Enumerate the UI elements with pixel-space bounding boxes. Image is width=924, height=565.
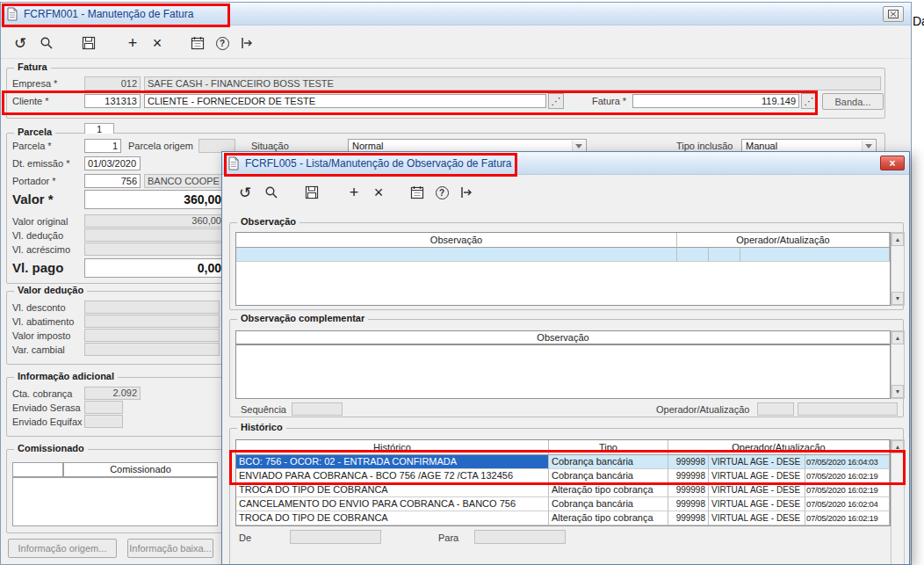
operador-code-cell[interactable]: 999998	[668, 511, 709, 525]
historico-col-header[interactable]: Histórico	[236, 440, 549, 455]
calendar-icon[interactable]	[187, 33, 208, 54]
banda-button[interactable]: Banda...	[822, 93, 884, 110]
operador-code-cell[interactable]	[677, 248, 709, 262]
scroll-down-icon[interactable]: ▼	[892, 385, 904, 398]
undo-icon[interactable]: ↺	[10, 33, 31, 54]
operador-col-header[interactable]: Operador/Atualização	[677, 233, 890, 248]
vl-pago-field[interactable]: 0,00	[84, 258, 225, 278]
scroll-down-icon[interactable]: ▼	[892, 292, 904, 305]
search-icon[interactable]	[36, 33, 57, 54]
observacao-scrollbar[interactable]: ▲ ▼	[891, 232, 905, 306]
historico-row-selected[interactable]: BCO: 756 - OCOR: 02 - ENTRADA CONFIRMADA…	[236, 455, 890, 469]
historico-cell[interactable]: TROCA DO TIPO DE COBRANCA	[236, 511, 549, 525]
operador-name-cell[interactable]: VIRTUAL AGE - DESE	[709, 483, 805, 497]
tipo-cell[interactable]: Cobrança bancária	[549, 455, 668, 469]
operador-name-cell[interactable]: VIRTUAL AGE - DESE	[709, 497, 805, 511]
search-icon[interactable]	[261, 182, 282, 203]
comissionado-code-cell[interactable]	[12, 462, 63, 477]
observacao-row[interactable]	[236, 248, 890, 262]
parcela-field[interactable]: 1	[84, 139, 121, 153]
historico-row[interactable]: CANCELAMENTO DO ENVIO PARA COBRANCA - BA…	[236, 497, 890, 511]
datetime-cell[interactable]: 07/05/2020 16:02:04	[805, 497, 890, 511]
modal-close-button[interactable]: ×	[880, 156, 905, 170]
dt-emissao-field[interactable]: 01/03/2020	[84, 156, 141, 170]
operador-code-cell[interactable]: 999998	[668, 455, 709, 469]
operador-name-cell[interactable]: VIRTUAL AGE - DESE	[709, 455, 805, 469]
operador-name-cell[interactable]: VIRTUAL AGE - DESE	[709, 469, 805, 483]
valor-field[interactable]: 360,00	[84, 190, 225, 209]
info-adicional-group-label: Informação adicional	[14, 371, 118, 381]
valor-original-field: 360,00	[84, 214, 225, 228]
observacao-group-label: Observação	[237, 216, 300, 227]
tipo-cell[interactable]: Alteração tipo cobrança	[549, 511, 668, 525]
historico-cell[interactable]: ENVIADO PARA COBRANCA - BCO 756 /AGE 72 …	[236, 469, 549, 483]
operador-code2-cell[interactable]	[709, 248, 740, 262]
tipo-col-header[interactable]: Tipo	[549, 440, 668, 455]
main-toolbar: ↺ + × ?	[1, 25, 911, 59]
datetime-cell[interactable]: 07/05/2020 16:04:03	[805, 455, 890, 469]
informacao-origem-button[interactable]: Informação origem...	[8, 539, 117, 558]
informacao-baixa-button[interactable]: Informação baixa...	[127, 539, 213, 558]
exit-icon[interactable]	[456, 182, 477, 203]
cliente-lookup-button[interactable]: ⋰	[548, 93, 564, 109]
scroll-up-icon[interactable]: ▲	[892, 233, 904, 246]
help-icon[interactable]: ?	[431, 182, 452, 203]
historico-cell[interactable]: CANCELAMENTO DO ENVIO PARA COBRANCA - BA…	[236, 497, 549, 511]
valor-original-label: Valor original	[12, 216, 68, 227]
save-icon[interactable]	[301, 182, 322, 203]
help-icon[interactable]: ?	[212, 33, 233, 54]
fatura-number-field[interactable]: 119.149	[632, 94, 799, 108]
observacao-complementar-scrollbar[interactable]: ▲ ▼	[891, 330, 905, 399]
observacao-complementar-header[interactable]: Observação	[235, 330, 891, 344]
datetime-cell[interactable]: 07/05/2020 16:02:19	[805, 483, 890, 497]
comissionado-column-header[interactable]: Comissionado	[63, 462, 218, 477]
historico-scrollbar[interactable]: ▲	[891, 439, 905, 565]
modal-toolbar: ↺ + × ?	[222, 175, 909, 208]
historico-row[interactable]: TROCA DO TIPO DE COBRANCA Alteração tipo…	[236, 483, 890, 497]
undo-icon[interactable]: ↺	[235, 182, 256, 203]
operador-data-cell[interactable]	[740, 248, 890, 262]
tipo-cell[interactable]: Cobrança bancária	[549, 469, 668, 483]
operador-col-header[interactable]: Operador/Atualização	[668, 440, 890, 455]
historico-row[interactable]: TROCA DO TIPO DE COBRANCA Alteração tipo…	[236, 511, 890, 525]
cliente-label: Cliente *	[12, 96, 49, 106]
tipo-cell[interactable]: Alteração tipo cobrança	[549, 483, 668, 497]
main-close-button[interactable]	[883, 6, 904, 22]
delete-icon[interactable]: ×	[147, 33, 168, 54]
para-label: Para	[438, 532, 458, 543]
save-icon[interactable]	[78, 33, 99, 54]
tipo-inclusao-label: Tipo inclusão	[676, 141, 733, 151]
scroll-up-icon[interactable]: ▲	[892, 331, 904, 344]
tipo-cell[interactable]: Cobrança bancária	[549, 497, 668, 511]
calendar-icon[interactable]	[407, 182, 428, 203]
comissionado-list-body[interactable]	[12, 477, 218, 526]
exit-icon[interactable]	[236, 33, 257, 54]
background-partial-text: Da	[913, 14, 924, 28]
add-icon[interactable]: +	[343, 182, 365, 203]
add-icon[interactable]: +	[122, 33, 143, 54]
fatura-lookup-button[interactable]: ⋰	[801, 93, 817, 109]
situacao-label: Situação	[251, 141, 289, 151]
observacao-col-header[interactable]: Observação	[236, 233, 677, 248]
sequencia-field	[292, 402, 343, 416]
enviado-equifax-field	[84, 415, 123, 428]
observacao-complementar-textarea[interactable]	[235, 344, 891, 399]
portador-code-field[interactable]: 756	[84, 174, 141, 188]
valor-imposto-label: Valor imposto	[12, 330, 70, 341]
scroll-up-icon[interactable]: ▲	[892, 440, 904, 453]
historico-cell[interactable]: BCO: 756 - OCOR: 02 - ENTRADA CONFIRMADA	[236, 455, 549, 469]
delete-icon[interactable]: ×	[368, 182, 389, 203]
operador-code-cell[interactable]: 999998	[668, 483, 709, 497]
cliente-code-field[interactable]: 131313	[84, 94, 141, 108]
parcela-tab-1[interactable]: 1	[84, 123, 114, 134]
datetime-cell[interactable]: 07/05/2020 16:02:19	[805, 511, 890, 525]
cliente-name-field[interactable]: CLIENTE - FORNECEDOR DE TESTE	[144, 94, 546, 108]
toolbar-divider	[1, 58, 911, 59]
datetime-cell[interactable]: 07/05/2020 16:02:19	[805, 469, 890, 483]
observacao-cell[interactable]	[236, 248, 677, 262]
historico-cell[interactable]: TROCA DO TIPO DE COBRANCA	[236, 483, 549, 497]
historico-row[interactable]: ENVIADO PARA COBRANCA - BCO 756 /AGE 72 …	[236, 469, 890, 483]
operador-code-cell[interactable]: 999998	[668, 497, 709, 511]
operador-name-cell[interactable]: VIRTUAL AGE - DESE	[709, 511, 805, 525]
operador-code-cell[interactable]: 999998	[668, 469, 709, 483]
